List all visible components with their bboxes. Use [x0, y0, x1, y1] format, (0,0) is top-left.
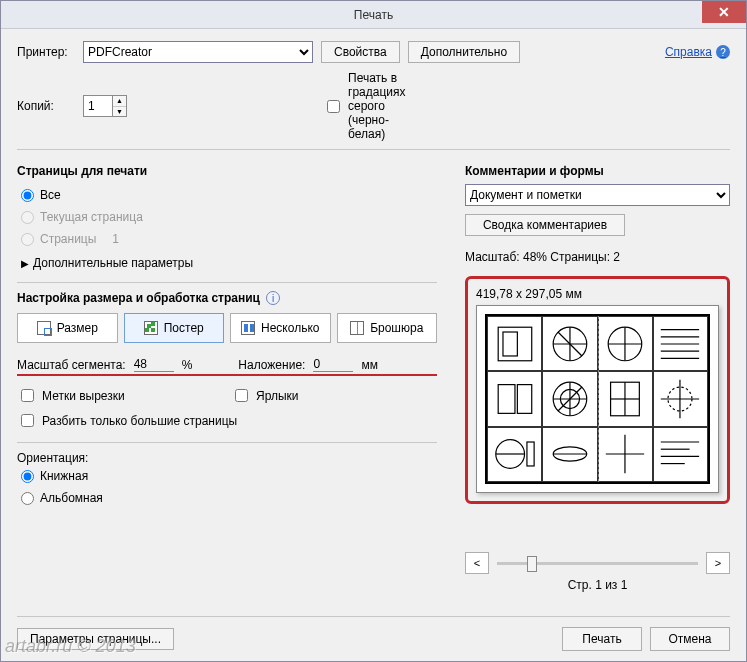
comments-title: Комментарии и формы	[465, 164, 730, 178]
range-all[interactable]: Все	[21, 188, 437, 202]
svg-rect-14	[498, 385, 515, 414]
tile-scale-label: Масштаб сегмента:	[17, 358, 126, 372]
orient-landscape[interactable]: Альбомная	[21, 491, 437, 505]
mode-size-button[interactable]: Размер	[17, 313, 118, 343]
preview-page	[476, 305, 719, 493]
preview-next-button[interactable]: >	[706, 552, 730, 574]
close-button[interactable]: ✕	[702, 1, 746, 23]
mode-poster-button[interactable]: Постер	[124, 313, 225, 343]
overlap-label: Наложение:	[238, 358, 305, 372]
orientation-title: Ориентация:	[17, 451, 437, 465]
page-setup-button[interactable]: Параметры страницы...	[17, 628, 174, 650]
pages-to-print-title: Страницы для печати	[17, 164, 437, 178]
cut-marks-checkbox[interactable]: Метки вырезки	[17, 386, 223, 405]
tile-scale-input[interactable]	[134, 357, 174, 372]
copies-label: Копий:	[17, 99, 75, 113]
help-icon: ?	[716, 45, 730, 59]
scale-info: Масштаб: 48% Страницы: 2	[465, 250, 730, 264]
printer-label: Принтер:	[17, 45, 75, 59]
mode-booklet-button[interactable]: Брошюра	[337, 313, 438, 343]
help-link[interactable]: Справка ?	[665, 45, 730, 59]
preview-frame: 419,78 x 297,05 мм	[465, 276, 730, 504]
copies-spinner[interactable]: ▲▼	[83, 95, 127, 117]
advanced-button[interactable]: Дополнительно	[408, 41, 520, 63]
sizing-title: Настройка размера и обработка страниц	[17, 291, 260, 305]
range-current[interactable]: Текущая страница	[21, 210, 437, 224]
info-icon[interactable]: i	[266, 291, 280, 305]
labels-checkbox[interactable]: Ярлыки	[231, 386, 437, 405]
svg-rect-1	[503, 332, 517, 356]
print-dialog: Печать ✕ Принтер: PDFCreator Свойства До…	[0, 0, 747, 662]
copies-input[interactable]	[84, 96, 112, 116]
overlap-input[interactable]	[313, 357, 353, 372]
chevron-right-icon: ▶	[21, 258, 29, 269]
preview-dimensions: 419,78 x 297,05 мм	[476, 287, 719, 301]
page-indicator: Стр. 1 из 1	[465, 578, 730, 592]
mode-multi-button[interactable]: Несколько	[230, 313, 331, 343]
cancel-button[interactable]: Отмена	[650, 627, 730, 651]
printer-select[interactable]: PDFCreator	[83, 41, 313, 63]
booklet-icon	[350, 321, 364, 335]
multiple-icon	[241, 321, 255, 335]
window-title: Печать	[354, 8, 393, 22]
svg-rect-29	[527, 442, 534, 466]
preview-prev-button[interactable]: <	[465, 552, 489, 574]
preview-slider[interactable]	[497, 562, 698, 565]
size-icon	[37, 321, 51, 335]
orient-portrait[interactable]: Книжная	[21, 469, 437, 483]
comments-summary-button[interactable]: Сводка комментариев	[465, 214, 625, 236]
range-pages[interactable]: Страницы 1	[21, 232, 437, 246]
comments-select[interactable]: Документ и пометки	[465, 184, 730, 206]
poster-icon	[144, 321, 158, 335]
large-only-checkbox[interactable]: Разбить только большие страницы	[17, 411, 437, 430]
titlebar: Печать ✕	[1, 1, 746, 29]
properties-button[interactable]: Свойства	[321, 41, 400, 63]
slider-thumb[interactable]	[527, 556, 537, 572]
grayscale-checkbox[interactable]: Печать в градациях серого (черно-белая)	[323, 71, 381, 141]
svg-rect-15	[517, 385, 531, 414]
print-button[interactable]: Печать	[562, 627, 642, 651]
more-options-toggle[interactable]: ▶ Дополнительные параметры	[21, 256, 437, 270]
